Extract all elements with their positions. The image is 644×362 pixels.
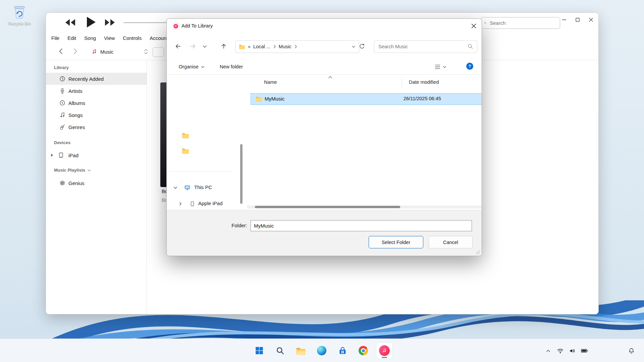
- chevron-right-icon[interactable]: [294, 45, 297, 49]
- bell-icon: [628, 347, 635, 354]
- column-header-date[interactable]: Date modified: [409, 79, 439, 85]
- search-icon: [276, 346, 284, 355]
- folder-icon[interactable]: [181, 147, 190, 154]
- folder-icon[interactable]: [181, 132, 190, 138]
- dialog-search-field[interactable]: [374, 40, 477, 53]
- column-divider[interactable]: [401, 77, 402, 87]
- chevron-right-icon[interactable]: [273, 45, 276, 49]
- nav-back-button[interactable]: [57, 47, 65, 57]
- navigation-pane: This PC Apple iPad: [167, 75, 243, 210]
- library-selector[interactable]: Music: [90, 46, 149, 57]
- store-icon: [338, 346, 347, 355]
- recycle-bin[interactable]: Recycle Bin: [5, 3, 34, 26]
- menu-view[interactable]: View: [104, 35, 115, 41]
- minimize-icon: [562, 17, 567, 22]
- nav-forward-button[interactable]: [71, 47, 79, 57]
- menu-account[interactable]: Account: [150, 35, 168, 41]
- recent-locations-button[interactable]: [200, 40, 209, 52]
- hidden-icons-button[interactable]: [544, 347, 552, 355]
- refresh-button[interactable]: [356, 40, 368, 52]
- tree-item-this-pc[interactable]: This PC: [167, 183, 243, 193]
- dialog-close-button[interactable]: [467, 21, 480, 31]
- arrow-right-icon: [190, 43, 196, 50]
- sort-ascending-icon[interactable]: [328, 76, 332, 79]
- chevron-right-icon: [71, 47, 79, 56]
- sidebar-item-recently-added[interactable]: Recently Added: [46, 73, 147, 85]
- rewind-button[interactable]: [64, 17, 76, 29]
- breadcrumb-item-local[interactable]: Local ...: [253, 44, 270, 49]
- help-button[interactable]: ?: [466, 63, 473, 70]
- notifications-button[interactable]: [627, 347, 635, 355]
- volume-button[interactable]: [568, 347, 576, 355]
- minimize-button[interactable]: [558, 15, 570, 25]
- itunes-search-input[interactable]: [489, 20, 557, 26]
- edge-browser-button[interactable]: [314, 343, 330, 359]
- taskbar-search-button[interactable]: [272, 343, 288, 359]
- up-button[interactable]: [218, 40, 230, 52]
- resize-grip[interactable]: [476, 250, 480, 254]
- dialog-forward-button[interactable]: [187, 40, 199, 52]
- start-button[interactable]: [251, 343, 267, 359]
- microsoft-store-button[interactable]: [334, 343, 351, 359]
- file-explorer-button[interactable]: [293, 343, 309, 359]
- edge-icon: [317, 346, 326, 355]
- organise-button[interactable]: Organise: [179, 62, 205, 72]
- new-folder-button[interactable]: New folder: [220, 62, 243, 72]
- dialog-back-button[interactable]: [172, 40, 184, 52]
- sidebar-item-artists[interactable]: Artists: [46, 85, 147, 97]
- folder-name-input[interactable]: [251, 220, 472, 231]
- music-note-icon: [174, 25, 177, 27]
- play-button[interactable]: [83, 15, 98, 31]
- sidebar-item-albums[interactable]: Albums: [46, 97, 147, 109]
- tree-label: This PC: [194, 184, 212, 190]
- progress-bar[interactable]: [123, 22, 173, 23]
- search-icon[interactable]: [468, 44, 473, 49]
- miniplayer-button[interactable]: [153, 47, 164, 57]
- wifi-button[interactable]: [556, 347, 564, 355]
- chevron-down-icon[interactable]: [352, 45, 356, 48]
- dialog-titlebar[interactable]: Add To Library: [167, 19, 482, 33]
- chevron-down-icon: [87, 169, 91, 172]
- view-options-button[interactable]: [434, 62, 446, 72]
- rewind-icon: [64, 17, 76, 28]
- help-icon: ?: [469, 64, 471, 69]
- chevron-up-icon: [144, 49, 148, 52]
- dialog-search-input[interactable]: [374, 41, 482, 53]
- screen: Recycle Bin: [0, 0, 644, 362]
- file-row-mymusic[interactable]: MyMusic 26/11/2025 06:45: [251, 93, 482, 105]
- breadcrumb-overflow[interactable]: «: [248, 44, 251, 49]
- fast-forward-button[interactable]: [104, 17, 116, 29]
- maximize-button[interactable]: [572, 15, 583, 25]
- menu-file[interactable]: File: [51, 35, 59, 41]
- tree-scrollbar[interactable]: [240, 144, 243, 204]
- sidebar-item-ipad[interactable]: iPad: [46, 149, 147, 161]
- battery-button[interactable]: [580, 347, 588, 355]
- playlists-header[interactable]: Music Playlists: [54, 168, 91, 173]
- music-app-button[interactable]: [376, 342, 393, 359]
- menu-edit[interactable]: Edit: [67, 35, 76, 41]
- file-explorer-icon: [296, 347, 306, 355]
- active-app-indicator: [382, 357, 387, 358]
- file-date: 26/11/2025 06:45: [404, 94, 441, 104]
- refresh-icon: [359, 43, 365, 49]
- close-button[interactable]: [585, 15, 597, 25]
- itunes-search-field[interactable]: [481, 17, 560, 29]
- address-bar[interactable]: « Local ... Music: [235, 40, 359, 53]
- select-folder-button[interactable]: Select Folder: [369, 236, 423, 248]
- sidebar-item-songs[interactable]: Songs: [46, 109, 147, 121]
- genius-atom-icon: [59, 180, 65, 186]
- menu-controls[interactable]: Controls: [123, 35, 142, 41]
- tree-item-apple-ipad[interactable]: Apple iPad: [167, 199, 243, 209]
- expander-right-icon[interactable]: [179, 202, 182, 206]
- chrome-browser-button[interactable]: [355, 343, 371, 359]
- list-hscroll-thumb[interactable]: [255, 206, 400, 208]
- expander-down-icon[interactable]: [173, 186, 177, 189]
- menu-song[interactable]: Song: [84, 35, 96, 41]
- speaker-icon: [569, 347, 576, 354]
- breadcrumb-item-music[interactable]: Music: [279, 44, 291, 49]
- expander-right-icon[interactable]: [50, 153, 54, 157]
- cancel-button[interactable]: Cancel: [429, 236, 473, 248]
- column-header-name[interactable]: Name: [264, 79, 277, 85]
- sidebar-item-genres[interactable]: Genres: [46, 121, 147, 133]
- sidebar-item-genius[interactable]: Genius: [46, 177, 147, 189]
